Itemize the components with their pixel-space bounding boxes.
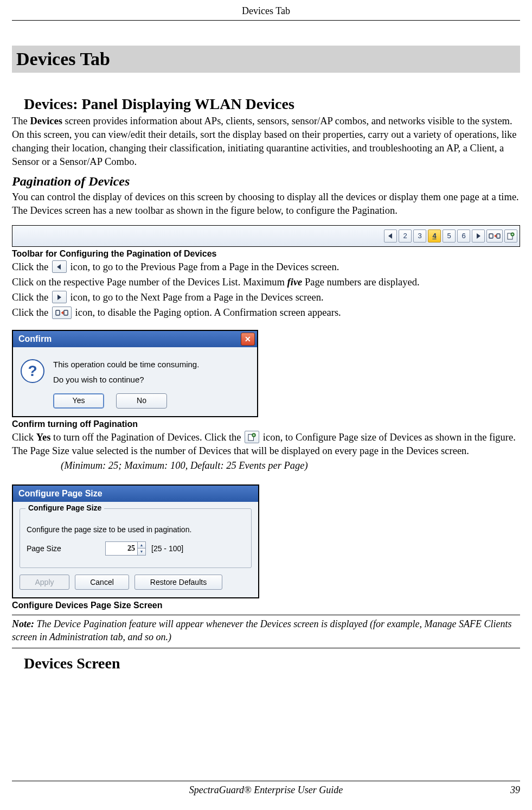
page-title: Devices Tab: [12, 46, 520, 73]
text: The: [12, 116, 30, 126]
cancel-button[interactable]: Cancel: [75, 575, 129, 590]
figure-caption-confirm: Confirm turning off Pagination: [12, 419, 520, 429]
section-heading-devices-screen: Devices Screen: [24, 655, 520, 672]
svg-rect-9: [56, 310, 60, 315]
text-ital: five: [287, 277, 303, 288]
confirm-dialog-figure: Confirm ✕ ? This operation could be time…: [12, 330, 258, 417]
text: icon, to go to the Next Page from a Page…: [68, 292, 324, 303]
next-page-button[interactable]: [472, 229, 485, 243]
figure-caption-configure: Configure Devices Page Size Screen: [12, 601, 520, 610]
figure-caption-toolbar: Toolbar for Configuring the Pagination o…: [12, 249, 520, 259]
page-size-range: [25 - 100]: [151, 544, 183, 553]
text: icon, to disable the Paging option. A Co…: [73, 307, 341, 318]
text: Click: [12, 432, 36, 443]
configure-page-size-icon: [245, 431, 259, 443]
text: screen provides information about APs, c…: [12, 116, 516, 167]
page-size-input[interactable]: [106, 542, 137, 555]
after-confirm-paragraph: Click Yes to turn off the Pagination of …: [12, 431, 520, 458]
apply-button[interactable]: Apply: [20, 575, 69, 590]
page-number-button[interactable]: 6: [457, 229, 470, 243]
svg-marker-10: [61, 311, 63, 315]
config-description: Configure the page size to be used in pa…: [27, 525, 245, 534]
intro-paragraph: The Devices screen provides information …: [12, 114, 520, 169]
yes-button[interactable]: Yes: [53, 393, 104, 409]
note-paragraph: Note: The Device Pagination feature will…: [12, 615, 520, 646]
no-button[interactable]: No: [116, 393, 167, 409]
svg-marker-3: [494, 234, 496, 238]
dialog-line2: Do you wish to continue?: [53, 372, 199, 388]
disable-paging-icon: [52, 307, 72, 319]
dialog-text: This operation could be time consuming. …: [53, 357, 199, 409]
spinner-up-icon[interactable]: ▲: [138, 542, 145, 549]
disable-paging-button[interactable]: [486, 229, 503, 243]
spinner-down-icon[interactable]: ▼: [138, 548, 145, 555]
svg-marker-0: [388, 233, 392, 239]
restore-defaults-button[interactable]: Restore Defaults: [134, 575, 222, 590]
instruction-prev: Click the icon, to go to the Previous Pa…: [12, 260, 520, 274]
instruction-disable: Click the icon, to disable the Paging op…: [12, 306, 520, 320]
text: icon, to go to the Previous Page from a …: [68, 262, 339, 272]
footer-title: SpectraGuard® Enterprise User Guide: [189, 785, 343, 796]
text: Click on the respective Page number of t…: [12, 277, 287, 288]
dialog-titlebar: Confirm ✕: [13, 331, 257, 347]
configure-page-size-figure: Configure Page Size Configure Page Size …: [12, 484, 259, 598]
svg-rect-11: [64, 310, 68, 315]
text-bold: Yes: [36, 432, 51, 443]
page-size-label: Page Size: [27, 544, 100, 553]
minmax-note: (Minimum: 25; Maximum: 100, Default: 25 …: [61, 459, 520, 473]
note-body: The Device Pagination feature will appea…: [12, 618, 511, 642]
text: to turn off the Pagination of Devices. C…: [50, 432, 243, 443]
svg-rect-4: [497, 234, 500, 238]
next-page-icon: [52, 291, 67, 303]
page-footer: SpectraGuard® Enterprise User Guide 39: [12, 781, 520, 796]
text: Click the: [12, 292, 51, 303]
page-number-button[interactable]: 2: [399, 229, 412, 243]
dialog-title: Configure Page Size: [13, 486, 258, 502]
text-bold: Devices: [30, 116, 62, 126]
note-label: Note:: [12, 618, 34, 629]
configure-page-size-button[interactable]: [504, 229, 517, 243]
page-number: 39: [510, 785, 520, 796]
section-heading-devices-panel: Devices: Panel Displaying WLAN Devices: [24, 95, 520, 113]
dialog-title: Confirm: [18, 334, 52, 344]
subsection-heading-pagination: Pagination of Devices: [12, 174, 520, 189]
group-legend: Configure Page Size: [25, 503, 104, 512]
text: Page numbers are displayed.: [302, 277, 419, 288]
question-icon: ?: [21, 359, 44, 383]
pagination-paragraph: You can control the display of devices o…: [12, 190, 520, 218]
prev-page-icon: [52, 260, 67, 273]
page-number-button[interactable]: 5: [443, 229, 456, 243]
page-size-spinner[interactable]: ▲ ▼: [105, 541, 146, 556]
svg-marker-1: [477, 233, 480, 239]
svg-marker-7: [57, 264, 61, 270]
dialog-line1: This operation could be time consuming.: [53, 357, 199, 373]
svg-rect-2: [489, 234, 493, 238]
close-icon[interactable]: ✕: [241, 333, 255, 346]
running-header: Devices Tab: [12, 0, 520, 21]
page-number-button[interactable]: 3: [413, 229, 426, 243]
instruction-pagenum: Click on the respective Page number of t…: [12, 276, 520, 289]
config-group: Configure Page Size Configure the page s…: [20, 508, 252, 568]
pagination-toolbar-figure: 2 3 4 5 6: [12, 225, 520, 247]
text: Click the: [12, 307, 51, 318]
prev-page-button[interactable]: [384, 229, 397, 243]
svg-marker-8: [57, 295, 61, 300]
page-number-button-active[interactable]: 4: [428, 229, 441, 243]
text: Click the: [12, 262, 51, 272]
instruction-next: Click the icon, to go to the Next Page f…: [12, 291, 520, 304]
